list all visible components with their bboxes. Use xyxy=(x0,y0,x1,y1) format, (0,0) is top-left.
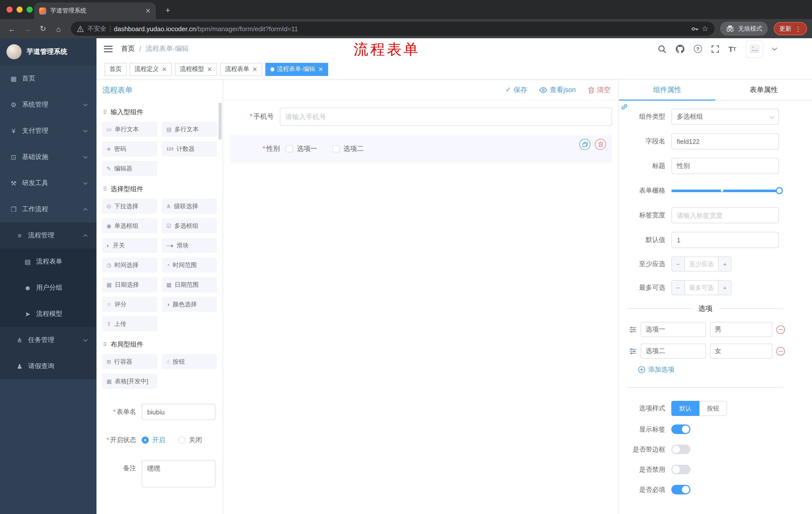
sidebar-item-leave-query[interactable]: 请假查询 xyxy=(0,353,96,379)
window-minimize-button[interactable] xyxy=(17,6,23,12)
phone-input[interactable] xyxy=(280,108,612,126)
clear-button[interactable]: 清空 xyxy=(588,85,610,94)
sidebar-item-user-group[interactable]: 用户分组 xyxy=(0,275,96,301)
sidebar-logo-row[interactable]: 芋道管理系统 xyxy=(0,38,96,65)
copy-widget-button[interactable] xyxy=(579,139,590,150)
drag-handle-icon[interactable] xyxy=(629,326,637,333)
update-button[interactable]: 更新 ⋮ xyxy=(774,22,807,35)
back-button[interactable]: ← xyxy=(5,22,19,35)
palette-item-counter[interactable]: 123计数器 xyxy=(162,141,217,156)
tag-home[interactable]: 首页 xyxy=(105,63,127,76)
gender-option-1-checkbox[interactable]: 选项一 xyxy=(286,144,317,154)
tag-process-form[interactable]: 流程表单 ✕ xyxy=(220,63,262,76)
sidebar-item-devtools[interactable]: 研发工具 xyxy=(0,170,96,196)
title-input[interactable] xyxy=(671,158,779,174)
browser-menu-icon[interactable]: ⋮ xyxy=(795,25,802,32)
palette-item-row[interactable]: 行容器 xyxy=(102,354,157,369)
scrollbar-thumb[interactable] xyxy=(219,103,222,140)
palette-item-table[interactable]: 表格[开发中] xyxy=(102,374,157,389)
sidebar-item-task-manage[interactable]: 任务管理 xyxy=(0,327,96,353)
new-tab-button[interactable]: + xyxy=(161,3,175,18)
component-type-select[interactable] xyxy=(671,109,779,125)
tab-component-props[interactable]: 组件属性 xyxy=(619,79,716,100)
drag-handle-icon[interactable] xyxy=(629,348,637,354)
slider-track[interactable] xyxy=(671,189,779,192)
palette-item-switch[interactable]: 开关 xyxy=(102,238,157,253)
forward-button[interactable]: → xyxy=(21,22,34,35)
key-icon[interactable] xyxy=(691,25,698,32)
avatar[interactable] xyxy=(746,40,763,58)
palette-item-rate[interactable]: 评分 xyxy=(102,297,157,312)
palette-item-color[interactable]: 颜色选择 xyxy=(162,297,217,312)
component-type-value[interactable] xyxy=(671,109,779,125)
max-select-placeholder[interactable]: 最多可选 xyxy=(685,281,718,295)
option-1-label-input[interactable] xyxy=(641,322,706,337)
bookmark-star-icon[interactable]: ☆ xyxy=(702,24,708,33)
window-zoom-button[interactable] xyxy=(27,6,33,12)
plus-button[interactable]: + xyxy=(718,257,731,271)
address-bar[interactable]: 不安全 dashboard.yudao.iocoder.cn/bpm/manag… xyxy=(71,22,715,36)
minus-button[interactable]: − xyxy=(672,281,685,295)
min-select-placeholder[interactable]: 至少应选 xyxy=(685,257,718,271)
status-radio-off[interactable]: 关闭 xyxy=(178,436,202,444)
label-width-input[interactable] xyxy=(671,207,779,223)
show-label-toggle[interactable] xyxy=(671,425,690,434)
add-option-button[interactable]: 添加选项 xyxy=(638,365,812,374)
status-radio-on[interactable]: 开启 xyxy=(142,436,165,444)
palette-item-cascader[interactable]: 级联选择 xyxy=(162,199,217,214)
palette-item-date-range[interactable]: 日期范围 xyxy=(162,277,217,292)
tab-close-icon[interactable]: ✕ xyxy=(145,7,151,15)
tag-process-model[interactable]: 流程模型 ✕ xyxy=(175,63,217,76)
field-name-input[interactable] xyxy=(671,133,779,150)
remove-option-icon[interactable] xyxy=(776,325,785,334)
palette-item-editor[interactable]: 编辑器 xyxy=(102,161,157,176)
palette-item-upload[interactable]: 上传 xyxy=(102,316,157,331)
option-2-value-input[interactable] xyxy=(710,344,772,359)
sidebar-item-process-model[interactable]: 流程模型 xyxy=(0,301,96,327)
fullscreen-icon[interactable] xyxy=(711,45,719,53)
sidebar-item-home[interactable]: 首页 xyxy=(0,65,96,91)
sidebar-item-payment[interactable]: 支付管理 xyxy=(0,118,96,144)
form-name-input[interactable] xyxy=(142,404,215,420)
palette-item-checkbox-group[interactable]: 多选框组 xyxy=(162,218,217,233)
search-icon[interactable] xyxy=(658,45,666,53)
option-1-value-input[interactable] xyxy=(710,322,772,337)
tab-form-props[interactable]: 表单属性 xyxy=(716,79,812,100)
reload-button[interactable]: ↻ xyxy=(36,22,50,35)
sidebar-item-workflow[interactable]: 工作流程 xyxy=(0,196,96,222)
window-close-button[interactable] xyxy=(6,6,12,12)
save-button[interactable]: 保存 xyxy=(505,85,527,94)
grid-slider[interactable] xyxy=(671,183,779,199)
palette-item-date[interactable]: 日期选择 xyxy=(102,277,157,292)
home-button[interactable]: ⌂ xyxy=(52,22,65,35)
option-style-button-button[interactable]: 按钮 xyxy=(699,401,727,416)
sidebar-item-process-manage[interactable]: 流程管理 xyxy=(0,222,96,248)
palette-item-textarea[interactable]: 多行文本 xyxy=(162,122,217,137)
form-remark-textarea[interactable] xyxy=(142,460,215,487)
gender-option-2-checkbox[interactable]: 选项二 xyxy=(332,144,364,154)
help-icon[interactable]: ? xyxy=(694,45,702,53)
plus-button[interactable]: + xyxy=(718,281,731,295)
palette-item-radio-group[interactable]: 单选框组 xyxy=(102,218,157,233)
required-toggle[interactable] xyxy=(671,485,690,494)
slider-handle[interactable] xyxy=(776,187,783,194)
option-2-label-input[interactable] xyxy=(641,344,706,359)
border-toggle[interactable] xyxy=(671,444,690,454)
link-icon[interactable] xyxy=(620,103,628,113)
selected-widget-gender[interactable]: *性别 选项一 选项二 xyxy=(230,135,612,163)
delete-widget-button[interactable] xyxy=(595,139,606,150)
palette-item-password[interactable]: 密码 xyxy=(102,141,157,156)
default-value-input[interactable] xyxy=(671,232,779,248)
sidebar-item-system[interactable]: 系统管理 xyxy=(0,91,96,118)
disabled-toggle[interactable] xyxy=(671,465,690,474)
minus-button[interactable]: − xyxy=(672,257,685,271)
sidebar-item-process-form[interactable]: 流程表单 xyxy=(0,248,96,275)
option-style-default-button[interactable]: 默认 xyxy=(671,401,699,416)
tag-close-icon[interactable]: ✕ xyxy=(252,65,257,73)
breadcrumb-home[interactable]: 首页 xyxy=(121,44,135,53)
avatar-caret-icon[interactable] xyxy=(772,46,777,51)
palette-item-time[interactable]: 时间选择 xyxy=(102,258,157,273)
palette-item-input[interactable]: 单行文本 xyxy=(102,122,157,137)
tag-process-form-edit[interactable]: 流程表单-编辑 ✕ xyxy=(265,63,328,76)
view-json-button[interactable]: 查看json xyxy=(539,85,576,94)
